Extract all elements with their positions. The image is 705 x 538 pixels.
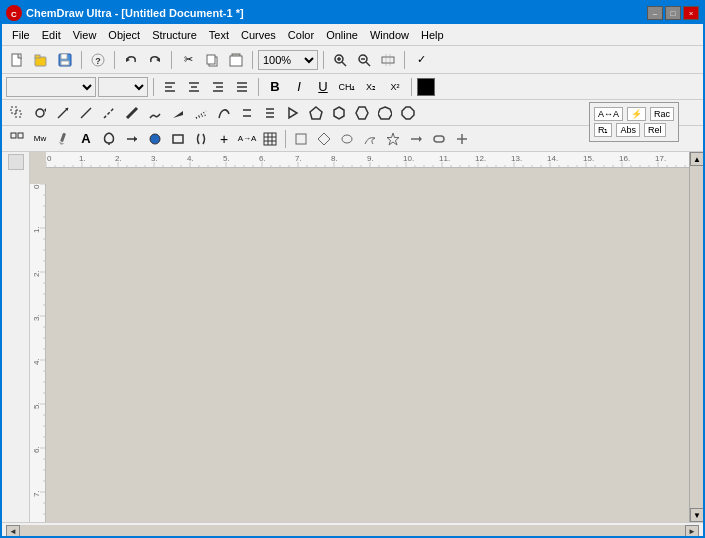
pencil-tool[interactable]	[52, 128, 74, 150]
flag-tool[interactable]	[359, 128, 381, 150]
dashed-tool[interactable]	[98, 102, 120, 124]
menu-item-window[interactable]: Window	[364, 27, 415, 43]
undo-button[interactable]	[120, 49, 142, 71]
open-button[interactable]	[30, 49, 52, 71]
svg-rect-68	[173, 135, 183, 143]
hexagon2-tool[interactable]	[351, 102, 373, 124]
font-name-select[interactable]	[6, 77, 96, 97]
shape2-tool[interactable]	[428, 128, 450, 150]
diamond-tool[interactable]	[313, 128, 335, 150]
r1-button[interactable]: R₁	[594, 123, 613, 137]
menu-item-view[interactable]: View	[67, 27, 103, 43]
line-tool[interactable]	[75, 102, 97, 124]
lasso-tool[interactable]	[98, 128, 120, 150]
align-center-button[interactable]	[183, 76, 205, 98]
curve-tool[interactable]	[213, 102, 235, 124]
table-tool[interactable]	[259, 128, 281, 150]
italic-button[interactable]: I	[288, 76, 310, 98]
menu-item-object[interactable]: Object	[102, 27, 146, 43]
color-box-button[interactable]	[417, 78, 435, 96]
abs-button[interactable]: Abs	[616, 123, 640, 137]
heptagon-tool[interactable]	[374, 102, 396, 124]
star-tool[interactable]	[382, 128, 404, 150]
double-bond-tool[interactable]	[236, 102, 258, 124]
copy-button[interactable]	[201, 49, 223, 71]
rotate-tool[interactable]	[29, 102, 51, 124]
superscript-button[interactable]: X²	[384, 76, 406, 98]
maximize-button[interactable]: □	[665, 6, 681, 20]
select-tool[interactable]	[6, 102, 28, 124]
scroll-right-button[interactable]: ►	[685, 525, 699, 539]
paren-tool[interactable]	[190, 128, 212, 150]
octagon-tool[interactable]	[397, 102, 419, 124]
align-left-button[interactable]	[159, 76, 181, 98]
help-button[interactable]: ?	[87, 49, 109, 71]
new-button[interactable]	[6, 49, 28, 71]
scroll-left-button[interactable]: ◄	[6, 525, 20, 539]
mw-tool[interactable]: Mw	[29, 128, 51, 150]
square2-tool[interactable]	[290, 128, 312, 150]
svg-point-76	[342, 135, 352, 143]
ata-button[interactable]: A↔A	[594, 107, 623, 121]
align-right-button[interactable]	[207, 76, 229, 98]
svg-marker-55	[310, 107, 322, 119]
minimize-button[interactable]: –	[647, 6, 663, 20]
cross-tool[interactable]	[451, 128, 473, 150]
menu-item-color[interactable]: Color	[282, 27, 320, 43]
oval-tool[interactable]	[336, 128, 358, 150]
paste-button[interactable]	[225, 49, 247, 71]
app-icon: C	[6, 5, 22, 21]
ata2-tool[interactable]: A→A	[236, 128, 258, 150]
hexagon-tool[interactable]	[328, 102, 350, 124]
save-button[interactable]	[54, 49, 76, 71]
scroll-track-v[interactable]	[690, 166, 703, 508]
menu-item-curves[interactable]: Curves	[235, 27, 282, 43]
redo-button[interactable]	[144, 49, 166, 71]
subscript-button[interactable]: X₂	[360, 76, 382, 98]
menu-item-text[interactable]: Text	[203, 27, 235, 43]
right-scrollbar: ▲ ▼	[689, 152, 703, 522]
svg-marker-77	[387, 133, 399, 145]
pentagon-tool[interactable]	[305, 102, 327, 124]
arrow3-tool[interactable]	[405, 128, 427, 150]
dash-wedge-tool[interactable]	[190, 102, 212, 124]
zoom-out-button[interactable]	[353, 49, 375, 71]
rect-tool[interactable]	[167, 128, 189, 150]
plus-tool[interactable]: +	[213, 128, 235, 150]
scroll-track-h[interactable]	[20, 525, 685, 539]
zoom-in-button[interactable]	[329, 49, 351, 71]
svg-rect-38	[11, 107, 17, 113]
menu-item-help[interactable]: Help	[415, 27, 450, 43]
check-button[interactable]: ✓	[410, 49, 432, 71]
circle-tool[interactable]	[144, 128, 166, 150]
justify-button[interactable]	[231, 76, 253, 98]
menu-item-online[interactable]: Online	[320, 27, 364, 43]
svg-line-48	[196, 115, 206, 118]
select2-tool[interactable]	[6, 128, 28, 150]
fit-button[interactable]	[377, 49, 399, 71]
wavy-tool[interactable]	[144, 102, 166, 124]
triple-bond-tool[interactable]	[259, 102, 281, 124]
rel-button[interactable]: Rel	[644, 123, 666, 137]
underline-button[interactable]: U	[312, 76, 334, 98]
rac-button[interactable]: Rac	[650, 107, 674, 121]
svg-marker-58	[378, 107, 392, 119]
chem-button[interactable]: CH₄	[336, 76, 358, 98]
font-size-select[interactable]	[98, 77, 148, 97]
arrow2-tool[interactable]	[121, 128, 143, 150]
close-button[interactable]: ×	[683, 6, 699, 20]
zoom-select[interactable]: 100% 50% 150% 200%	[258, 50, 318, 70]
cut-button[interactable]: ✂	[177, 49, 199, 71]
lightning-button[interactable]: ⚡	[627, 107, 646, 121]
scroll-up-button[interactable]: ▲	[690, 152, 704, 166]
bold-bond-tool[interactable]	[121, 102, 143, 124]
wedge-tool[interactable]	[167, 102, 189, 124]
scroll-down-button[interactable]: ▼	[690, 508, 704, 522]
menu-item-structure[interactable]: Structure	[146, 27, 203, 43]
text-tool[interactable]: A	[75, 128, 97, 150]
play-tool[interactable]	[282, 102, 304, 124]
menu-item-file[interactable]: File	[6, 27, 36, 43]
arrow-tool[interactable]	[52, 102, 74, 124]
menu-item-edit[interactable]: Edit	[36, 27, 67, 43]
bold-button[interactable]: B	[264, 76, 286, 98]
